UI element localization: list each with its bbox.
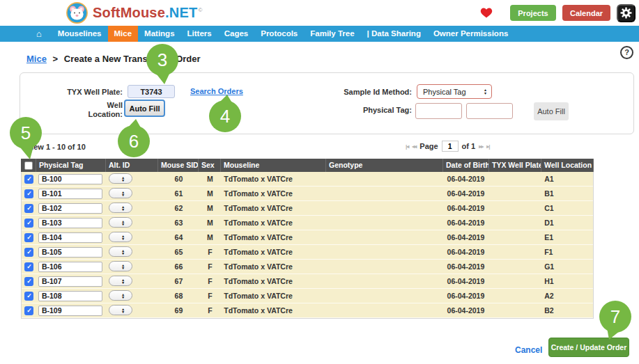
alt-id-stepper-icon: ▴▾ (122, 249, 124, 255)
cell-well-location: A1 (541, 172, 593, 186)
row-checkbox[interactable]: ✓ (24, 189, 33, 198)
help-icon[interactable]: ? (620, 46, 633, 59)
cell-genotype (326, 230, 443, 244)
column-header-sex[interactable]: Sex (199, 159, 221, 172)
cell-date-of-birth: 06-04-2019 (443, 274, 489, 288)
pager-prev-icon[interactable]: ◂◂ (412, 143, 416, 150)
row-checkbox[interactable]: ✓ (24, 204, 33, 213)
cell-alt-id: ▴▾ (107, 172, 159, 186)
physical-tag-auto-fill-button[interactable]: Auto Fill (534, 102, 569, 120)
nav-item-litters[interactable]: Litters (181, 26, 218, 42)
physical-tag-row-input[interactable] (38, 276, 102, 287)
alt-id-select[interactable]: ▴▾ (109, 290, 132, 301)
logo[interactable]: SoftMouse.NET© (66, 2, 203, 24)
alt-id-select[interactable]: ▴▾ (109, 305, 132, 315)
cell-well-location: H1 (541, 274, 593, 288)
column-header-tyx-well-plate[interactable]: TYX Well Plate (489, 159, 541, 172)
nav-item-owner-permissions[interactable]: Owner Permissions (427, 26, 514, 42)
physical-tag-input-1[interactable] (415, 103, 462, 119)
row-checkbox[interactable]: ✓ (24, 277, 33, 286)
cell-sex: M (199, 172, 221, 186)
column-header-mouse-sid[interactable]: Mouse SID (158, 159, 199, 172)
cell-tyx-well-plate (488, 274, 541, 288)
nav-item-family-tree[interactable]: Family Tree (304, 26, 360, 42)
cell-mouseline: TdTomato x VATCre (221, 201, 326, 215)
column-header-date-of-birth[interactable]: Date of Birth (443, 159, 489, 172)
cell-physical-tag (37, 216, 107, 230)
physical-tag-row-input[interactable] (38, 262, 102, 272)
nav-item-matings[interactable]: Matings (138, 26, 180, 42)
alt-id-stepper-icon: ▴▾ (122, 308, 124, 313)
cell-date-of-birth: 06-04-2019 (443, 260, 489, 274)
cell-sex: F (199, 303, 221, 317)
nav-item-mice[interactable]: Mice (108, 26, 139, 42)
column-header-physical-tag[interactable]: Physical Tag (36, 159, 106, 172)
alt-id-select[interactable]: ▴▾ (109, 261, 132, 271)
column-header-mouseline[interactable]: Mouseline (221, 159, 326, 172)
row-checkbox[interactable]: ✓ (24, 292, 33, 301)
physical-tag-row-input[interactable] (38, 291, 102, 301)
sample-id-method-select[interactable]: Physical Tag ▴▾ (417, 84, 492, 99)
physical-tag-row-input[interactable] (38, 189, 102, 199)
cell-sex: F (199, 260, 221, 274)
cell-mouseline: TdTomato x VATCre (221, 245, 326, 259)
nav-item-cages[interactable]: Cages (218, 26, 255, 42)
row-checkbox[interactable]: ✓ (24, 248, 33, 257)
favorites-heart-icon[interactable] (479, 7, 493, 19)
navbar: ⌂ MouselinesMiceMatingsLittersCagesProto… (0, 26, 639, 42)
physical-tag-row-input[interactable] (38, 174, 102, 184)
cell-alt-id: ▴▾ (107, 260, 159, 274)
cell-mouse-sid: 68 (159, 289, 199, 303)
nav-item-data-sharing[interactable]: | Data Sharing (361, 26, 427, 42)
cancel-link[interactable]: Cancel (515, 345, 542, 355)
alt-id-select[interactable]: ▴▾ (109, 246, 132, 257)
row-checkbox[interactable]: ✓ (24, 219, 33, 228)
physical-tag-input-2[interactable] (466, 103, 513, 119)
cell-physical-tag (37, 274, 107, 288)
settings-gear-button[interactable] (617, 4, 636, 22)
home-icon[interactable]: ⌂ (0, 29, 42, 39)
cell-date-of-birth: 06-04-2019 (443, 289, 489, 303)
cell-genotype (326, 201, 443, 215)
pager-page-input[interactable] (442, 141, 459, 152)
grid-pager: |◂ ◂◂ Page of 1 ▸▸ ▸| (406, 141, 489, 152)
row-checkbox-cell: ✓ (22, 187, 37, 200)
physical-tag-row-input[interactable] (38, 306, 102, 316)
breadcrumb-mice-link[interactable]: Mice (26, 54, 47, 64)
pager-first-icon[interactable]: |◂ (406, 143, 408, 150)
nav-item-protocols[interactable]: Protocols (254, 26, 304, 42)
physical-tag-row-input[interactable] (38, 218, 102, 228)
cell-mouseline: TdTomato x VATCre (221, 289, 326, 303)
cell-tyx-well-plate (488, 245, 541, 259)
alt-id-select[interactable]: ▴▾ (109, 203, 132, 213)
alt-id-select[interactable]: ▴▾ (109, 232, 132, 242)
column-header-genotype[interactable]: Genotype (326, 159, 443, 172)
row-checkbox[interactable]: ✓ (24, 262, 33, 271)
row-checkbox[interactable]: ✓ (24, 306, 33, 315)
cell-well-location: C1 (541, 201, 593, 215)
alt-id-select[interactable]: ▴▾ (109, 217, 132, 228)
alt-id-select[interactable]: ▴▾ (109, 173, 132, 184)
alt-id-select[interactable]: ▴▾ (109, 276, 132, 286)
row-checkbox[interactable]: ✓ (24, 233, 33, 242)
cell-alt-id: ▴▾ (107, 187, 159, 200)
cell-genotype (326, 172, 443, 186)
table-row: ✓▴▾66FTdTomato x VATCre06-04-2019G1 (22, 260, 593, 274)
row-checkbox[interactable]: ✓ (24, 175, 33, 184)
physical-tag-row-input[interactable] (38, 203, 102, 214)
physical-tag-row-input[interactable] (38, 232, 102, 243)
annotation-pin-4: 4 (207, 85, 243, 136)
pager-last-icon[interactable]: ▸| (486, 143, 489, 150)
trademark-symbol: © (198, 7, 202, 13)
brand-text: SoftMouse.NET© (93, 5, 203, 21)
alt-id-stepper-icon: ▴▾ (122, 191, 124, 196)
nav-item-mouselines[interactable]: Mouselines (52, 26, 108, 42)
cell-physical-tag (37, 303, 107, 317)
cell-alt-id: ▴▾ (107, 230, 159, 244)
physical-tag-row-input[interactable] (38, 247, 102, 258)
column-header-well-location[interactable]: Well Location (541, 159, 594, 172)
calendar-button[interactable]: Calendar (562, 5, 610, 21)
pager-next-icon[interactable]: ▸▸ (479, 143, 483, 150)
projects-button[interactable]: Projects (510, 5, 556, 21)
alt-id-select[interactable]: ▴▾ (109, 188, 132, 198)
